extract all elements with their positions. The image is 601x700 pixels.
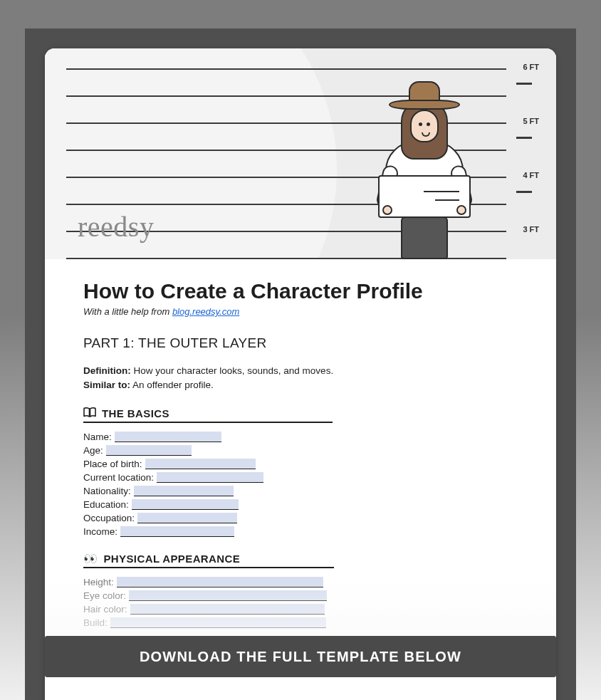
page-title: How to Create a Character Profile (83, 279, 518, 303)
field-height-input[interactable] (117, 577, 323, 587)
hero-illustration: 6 FT 5 FT 4 FT 3 FT reedsy (45, 48, 556, 259)
height-label-4ft: 4 FT (523, 171, 539, 179)
part-heading: PART 1: THE OUTER LAYER (83, 335, 518, 351)
field-inc-input[interactable] (120, 526, 234, 537)
field-edu-label: Education: (83, 499, 132, 510)
subtitle: With a little help from blog.reedsy.com (83, 306, 518, 317)
physical-fields: Height: Eye color: Hair color: Build: (83, 574, 518, 628)
section-physical-title: 👀 PHYSICAL APPEARANCE (83, 553, 334, 568)
brand-logo: reedsy (78, 210, 154, 244)
document-content: How to Create a Character Profile With a… (45, 259, 556, 700)
field-hair-label: Hair color: (83, 604, 130, 615)
download-template-button[interactable]: DOWNLOAD THE FULL TEMPLATE BELOW (45, 636, 556, 677)
field-eye-input[interactable] (129, 590, 327, 601)
field-pob-label: Place of birth: (83, 459, 145, 469)
field-edu-input[interactable] (132, 499, 239, 510)
field-occ-label: Occupation: (83, 513, 137, 523)
field-pob-input[interactable] (145, 459, 256, 469)
field-age-input[interactable] (106, 445, 192, 456)
field-loc-input[interactable] (157, 472, 263, 483)
book-icon (83, 407, 96, 419)
field-nat-label: Nationality: (83, 486, 134, 496)
field-hair-input[interactable] (130, 604, 325, 615)
field-height-label: Height: (83, 577, 117, 587)
template-page: 6 FT 5 FT 4 FT 3 FT reedsy How to Create… (45, 48, 556, 700)
field-age-label: Age: (83, 445, 106, 456)
field-name-label: Name: (83, 432, 115, 442)
section-basics-title: THE BASICS (83, 407, 333, 423)
field-eye-label: Eye color: (83, 590, 129, 601)
basics-fields: Name: Age: Place of birth: Current locat… (83, 429, 518, 537)
field-loc-label: Current location: (83, 472, 157, 483)
field-inc-label: Income: (83, 526, 120, 537)
field-nat-input[interactable] (134, 486, 234, 496)
height-label-6ft: 6 FT (523, 63, 539, 71)
definitions: Definition: How your character looks, so… (83, 364, 518, 392)
eyes-icon: 👀 (83, 553, 98, 565)
height-label-3ft: 3 FT (523, 225, 539, 234)
field-occ-input[interactable] (137, 513, 237, 523)
field-build-input[interactable] (110, 617, 326, 628)
height-label-5ft: 5 FT (523, 117, 539, 125)
field-name-input[interactable] (115, 432, 221, 442)
field-build-label: Build: (83, 617, 110, 628)
blog-link[interactable]: blog.reedsy.com (172, 306, 239, 317)
character-illustration (364, 80, 485, 258)
